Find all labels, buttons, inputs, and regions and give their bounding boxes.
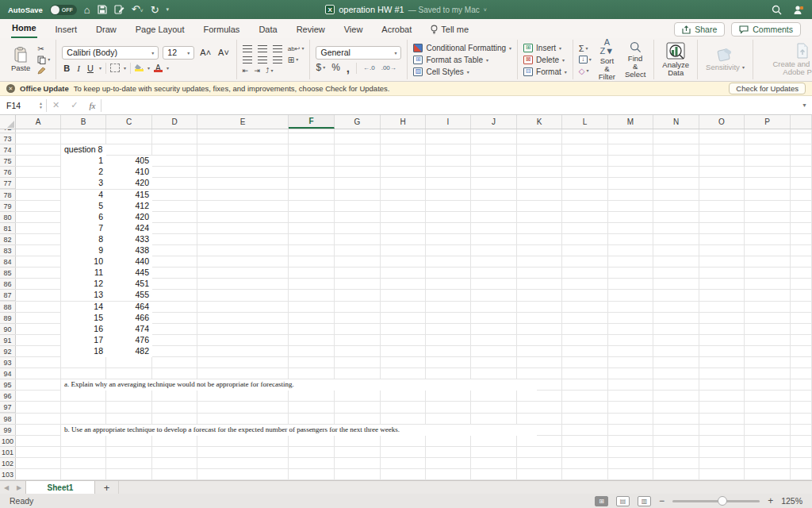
decrease-decimal-icon[interactable]: .00→ [381, 64, 396, 72]
cell-C78[interactable]: 415 [106, 190, 152, 201]
cell-C85[interactable]: 445 [106, 267, 152, 279]
column-header-C[interactable]: C [106, 115, 152, 129]
underline-button[interactable]: U [86, 64, 95, 73]
saved-chevron-icon[interactable]: ˅ [484, 7, 487, 13]
percent-format-icon[interactable]: % [331, 64, 340, 72]
tab-tell-me[interactable]: Tell me [430, 21, 469, 38]
redo-icon[interactable]: ↻ [151, 5, 159, 15]
undo-icon[interactable]: ↶˅ [132, 4, 144, 16]
align-center-icon[interactable] [258, 56, 267, 64]
column-header-G[interactable]: G [335, 115, 381, 129]
decrease-indent-icon[interactable]: ⇤ [243, 67, 249, 75]
cell-B77[interactable]: 3 [61, 178, 106, 189]
font-color-icon[interactable]: A [154, 64, 163, 72]
cell-C83[interactable]: 438 [106, 245, 152, 256]
column-header-partial[interactable] [791, 115, 812, 129]
cell-C87[interactable]: 455 [106, 290, 152, 301]
page-layout-view-icon[interactable]: ▤ [616, 496, 630, 506]
search-icon[interactable] [772, 5, 782, 15]
zoom-out-icon[interactable]: − [659, 495, 665, 506]
column-header-H[interactable]: H [381, 115, 426, 129]
align-top-icon[interactable] [243, 45, 252, 52]
confirm-entry-icon[interactable]: ✓ [65, 100, 83, 110]
tab-review[interactable]: Review [296, 21, 326, 38]
sheet-tab-sheet1[interactable]: Sheet1 [25, 481, 95, 494]
row-header-100[interactable]: 100 [0, 436, 15, 447]
cell-C82[interactable]: 433 [106, 234, 152, 245]
delete-cells-button[interactable]: ⊠ Delete▾ [523, 56, 567, 64]
save-icon[interactable] [98, 5, 107, 14]
bold-button[interactable]: B [62, 64, 71, 73]
sort-filter-button[interactable]: AZ▼ Sort & Filter [596, 37, 618, 82]
cell-C89[interactable]: 466 [106, 313, 152, 324]
conditional-formatting-button[interactable]: Conditional Formatting▾ [413, 44, 511, 52]
sheet-nav-right-icon[interactable]: ▶ [13, 481, 25, 494]
cell-C90[interactable]: 474 [106, 324, 152, 335]
cell-C86[interactable]: 451 [106, 279, 152, 290]
cell-C88[interactable]: 464 [106, 302, 152, 313]
row-header-86[interactable]: 86 [0, 279, 15, 290]
zoom-slider[interactable] [672, 500, 760, 502]
document-title[interactable]: operation HW #1 [339, 5, 404, 14]
cell-B88[interactable]: 14 [61, 302, 106, 313]
formula-input[interactable] [102, 96, 797, 114]
normal-view-icon[interactable]: ⊞ [595, 496, 608, 506]
name-box-stepper[interactable]: ▲▼ [39, 102, 43, 110]
name-box[interactable]: F14 ▲▼ [0, 96, 46, 114]
cell-B90[interactable]: 16 [61, 324, 106, 335]
insert-cells-button[interactable]: ⊞ Insert▾ [523, 44, 567, 52]
edit-document-icon[interactable] [114, 5, 124, 14]
align-middle-icon[interactable] [258, 45, 267, 52]
merge-center-icon[interactable]: ⊞▾ [288, 56, 298, 64]
tab-draw[interactable]: Draw [95, 21, 117, 38]
row-header-81[interactable]: 81 [0, 223, 15, 234]
format-as-table-button[interactable]: ⊞ Format as Table▾ [413, 56, 511, 64]
column-header-D[interactable]: D [152, 115, 197, 129]
row-header-88[interactable]: 88 [0, 302, 15, 313]
autosum-button[interactable]: Σ▾ [579, 44, 592, 53]
fill-button[interactable]: ↓▾ [579, 56, 592, 64]
cell-C84[interactable]: 440 [106, 256, 152, 267]
increase-indent-icon[interactable]: ⇥ [254, 67, 260, 75]
row-header-94[interactable]: 94 [0, 368, 15, 379]
zoom-in-icon[interactable]: + [768, 495, 773, 506]
select-all-corner[interactable] [0, 115, 16, 129]
cell-B80[interactable]: 6 [61, 212, 106, 223]
row-header-92[interactable]: 92 [0, 346, 15, 357]
cell-styles-button[interactable]: ▨ Cell Styles▾ [413, 67, 511, 76]
row-header-90[interactable]: 90 [0, 324, 15, 335]
row-header-97[interactable]: 97 [0, 402, 15, 413]
saved-status[interactable]: — Saved to my Mac [408, 6, 480, 14]
cell-B74[interactable]: question 8 [61, 144, 106, 156]
share-button[interactable]: Share [674, 22, 725, 37]
column-header-N[interactable]: N [653, 115, 699, 129]
wrap-text-icon[interactable]: ab↩▾ [288, 44, 304, 53]
orientation-icon[interactable]: ⤴▾ [266, 67, 274, 75]
row-header-85[interactable]: 85 [0, 267, 15, 279]
cell-C77[interactable]: 420 [106, 178, 152, 189]
cell-B83[interactable]: 9 [61, 245, 106, 256]
font-size-select[interactable]: 12▾ [163, 46, 194, 60]
grid-body[interactable]: 7273747576777879808182838485868788899091… [0, 129, 812, 480]
cell-B85[interactable]: 11 [61, 267, 106, 279]
column-header-I[interactable]: I [426, 115, 471, 129]
row-header-84[interactable]: 84 [0, 256, 15, 267]
toolbar-overflow-icon[interactable]: ▾ [167, 6, 170, 13]
cell-B75[interactable]: 1 [61, 156, 106, 167]
format-painter-button[interactable] [37, 67, 50, 75]
row-header-75[interactable]: 75 [0, 156, 15, 167]
row-header-103[interactable]: 103 [0, 469, 15, 480]
cut-button[interactable]: ✂ [37, 44, 50, 53]
cell-C91[interactable]: 476 [106, 335, 152, 346]
cell-B81[interactable]: 7 [61, 223, 106, 234]
cell-B84[interactable]: 10 [61, 256, 106, 267]
column-header-K[interactable]: K [517, 115, 562, 129]
cell-B92[interactable]: 18 [61, 346, 106, 357]
cell-C92[interactable]: 482 [106, 346, 152, 357]
borders-chevron-icon[interactable]: ▾ [124, 65, 126, 71]
column-header-M[interactable]: M [608, 115, 653, 129]
row-header-95[interactable]: 95 [0, 379, 15, 391]
increase-decimal-icon[interactable]: ←.0 [363, 64, 375, 72]
cell-C81[interactable]: 424 [106, 223, 152, 234]
cell-B76[interactable]: 2 [61, 167, 106, 178]
